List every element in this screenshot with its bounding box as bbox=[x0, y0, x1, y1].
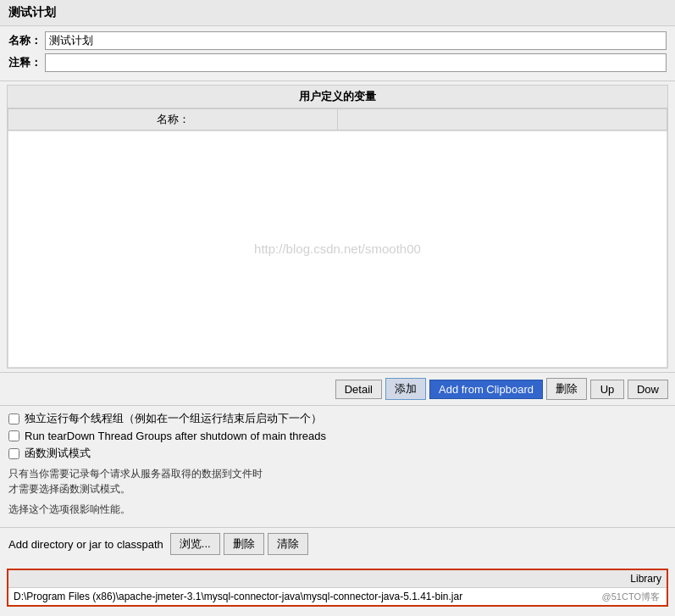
comment-input[interactable] bbox=[45, 53, 667, 72]
variables-table: 名称： bbox=[8, 108, 667, 130]
checkbox2-label: Run tearDown Thread Groups after shutdow… bbox=[25, 430, 326, 442]
browse-button[interactable]: 浏览... bbox=[170, 533, 220, 555]
add-clipboard-button[interactable]: Add from Clipboard bbox=[429, 380, 543, 399]
library-path: D:\Program Files (x86)\apache-jmeter-3.1… bbox=[14, 591, 462, 602]
classpath-delete-button[interactable]: 删除 bbox=[224, 533, 264, 555]
checkbox1[interactable] bbox=[8, 413, 19, 425]
title-bar: 测试计划 bbox=[0, 0, 675, 26]
page-title: 测试计划 bbox=[8, 5, 56, 19]
desc-line3: 选择这个选项很影响性能。 bbox=[8, 502, 667, 517]
description-text: 只有当你需要记录每个请求从服务器取得的数据到文件时 才需要选择函数测试模式。 bbox=[8, 466, 667, 497]
up-button[interactable]: Up bbox=[590, 380, 624, 399]
col-value bbox=[338, 109, 667, 130]
library-table: Library D:\Program Files (x86)\apache-jm… bbox=[8, 570, 667, 605]
name-input[interactable] bbox=[45, 31, 667, 50]
variables-section: 用户定义的变量 名称： http://blog.csdn.net/smooth0… bbox=[7, 85, 668, 369]
variables-body: http://blog.csdn.net/smooth00 bbox=[8, 130, 667, 368]
checkbox2-row: Run tearDown Thread Groups after shutdow… bbox=[8, 430, 667, 442]
classpath-clear-button[interactable]: 清除 bbox=[268, 533, 308, 555]
checkbox3-row: 函数测试模式 bbox=[8, 446, 667, 461]
desc-line2: 才需要选择函数测试模式。 bbox=[8, 481, 667, 497]
checkbox1-label: 独立运行每个线程组（例如在一个组运行结束后启动下一个） bbox=[25, 411, 322, 426]
library-watermark: @51CTO博客 bbox=[602, 591, 660, 603]
options-section: 独立运行每个线程组（例如在一个组运行结束后启动下一个） Run tearDown… bbox=[0, 405, 675, 527]
comment-row: 注释： bbox=[8, 53, 667, 72]
classpath-label: Add directory or jar to classpath bbox=[8, 538, 163, 551]
add-button[interactable]: 添加 bbox=[385, 378, 426, 400]
library-section: Library D:\Program Files (x86)\apache-jm… bbox=[7, 569, 668, 607]
checkbox3-label: 函数测试模式 bbox=[25, 446, 91, 461]
comment-label: 注释： bbox=[8, 55, 41, 70]
main-container: 测试计划 名称： 注释： 用户定义的变量 名称： http://blog.csd… bbox=[0, 0, 675, 616]
watermark-text: http://blog.csdn.net/smooth00 bbox=[254, 241, 421, 257]
checkbox1-row: 独立运行每个线程组（例如在一个组运行结束后启动下一个） bbox=[8, 411, 667, 426]
checkbox2[interactable] bbox=[8, 430, 19, 441]
detail-button[interactable]: Detail bbox=[335, 380, 382, 399]
classpath-row: Add directory or jar to classpath 浏览... … bbox=[8, 533, 667, 555]
library-cell: D:\Program Files (x86)\apache-jmeter-3.1… bbox=[8, 588, 667, 606]
name-row: 名称： bbox=[8, 31, 667, 50]
form-area: 名称： 注释： bbox=[0, 26, 675, 81]
desc-line1: 只有当你需要记录每个请求从服务器取得的数据到文件时 bbox=[8, 466, 667, 481]
delete-button[interactable]: 删除 bbox=[546, 378, 587, 400]
name-label: 名称： bbox=[8, 33, 41, 48]
classpath-section: Add directory or jar to classpath 浏览... … bbox=[0, 527, 675, 565]
button-row: Detail 添加 Add from Clipboard 删除 Up Dow bbox=[0, 372, 675, 405]
checkbox3[interactable] bbox=[8, 448, 19, 459]
library-row: D:\Program Files (x86)\apache-jmeter-3.1… bbox=[8, 588, 667, 606]
library-header: Library bbox=[8, 570, 667, 588]
variables-header: 用户定义的变量 bbox=[8, 86, 667, 108]
col-name: 名称： bbox=[8, 109, 338, 130]
down-button[interactable]: Dow bbox=[628, 380, 668, 399]
